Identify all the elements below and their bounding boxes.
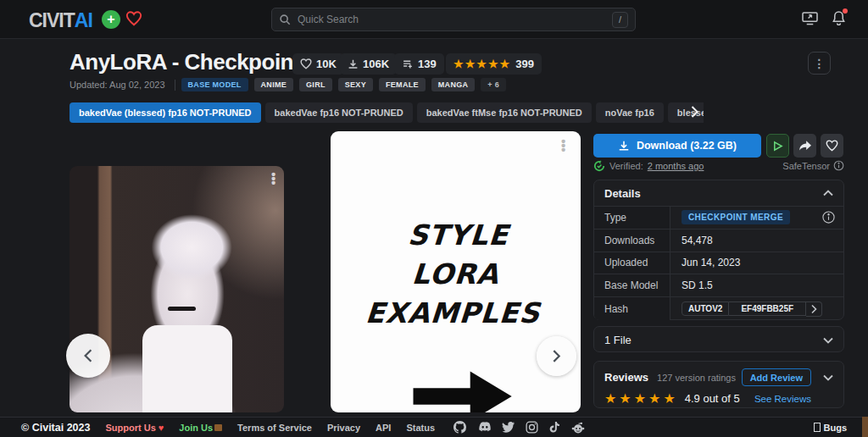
chevron-down-icon[interactable] <box>823 374 833 381</box>
github-icon[interactable] <box>453 421 466 434</box>
share-button[interactable] <box>793 134 816 158</box>
heart-icon <box>300 58 312 69</box>
instagram-icon[interactable] <box>526 421 538 434</box>
tag-base-model[interactable]: BASE MODEL <box>181 78 248 91</box>
type-badge[interactable]: CHECKPOINT MERGE <box>682 210 790 224</box>
version-tabs: bakedVae (blessed) fp16 NOT-PRUNED baked… <box>70 102 704 123</box>
right-arrow-graphic <box>392 367 536 412</box>
carousel-next-button[interactable] <box>537 336 576 376</box>
files-card[interactable]: 1 File <box>593 326 844 352</box>
play-icon <box>772 141 783 152</box>
version-tab-1[interactable]: bakedVae fp16 NOT-PRUNED <box>265 102 413 123</box>
caption-line-3: EXAMPLES <box>331 294 579 333</box>
image-caption: STYLE LORA EXAMPLES <box>331 216 581 333</box>
detail-label: Hash <box>594 297 670 320</box>
terms-link[interactable]: Terms of Service <box>237 423 312 433</box>
download-icon <box>348 58 359 69</box>
run-model-button[interactable] <box>766 134 789 158</box>
detail-row-hash: Hash AUTOV2 EF49FBB25F <box>594 297 843 320</box>
image-figure-shape <box>142 325 232 412</box>
verified-time-link[interactable]: 2 months ago <box>648 161 704 171</box>
tag-sexy[interactable]: SEXY <box>338 78 373 91</box>
detail-label: Type <box>594 207 670 229</box>
download-button[interactable]: Download (3.22 GB) <box>593 134 761 158</box>
tag-female[interactable]: FEMALE <box>379 78 426 91</box>
carousel-prev-button[interactable] <box>66 334 110 378</box>
privacy-link[interactable]: Privacy <box>327 423 360 433</box>
search-input[interactable]: Quick Search / <box>271 8 636 31</box>
type-info-icon[interactable] <box>822 211 835 224</box>
info-icon[interactable] <box>833 160 844 171</box>
support-heart-icon[interactable] <box>125 11 142 26</box>
likes-stat[interactable]: 10K <box>292 53 344 75</box>
detail-label: Base Model <box>594 274 670 296</box>
reddit-icon[interactable] <box>571 422 585 434</box>
version-tab-0[interactable]: bakedVae (blessed) fp16 NOT-PRUNED <box>70 102 261 123</box>
title-menu-button[interactable]: ⋮ <box>808 52 831 75</box>
heart-icon: ♥ <box>159 423 164 433</box>
civitai-logo[interactable]: CIVITAI <box>29 9 92 32</box>
files-title: 1 File <box>604 334 632 346</box>
notifications-button[interactable] <box>832 10 846 25</box>
hash-type-chip[interactable]: AUTOV2 <box>682 301 729 316</box>
hash-value-chip[interactable]: EF49FBB25F <box>729 301 806 316</box>
version-tab-3[interactable]: noVae fp16 <box>596 102 664 123</box>
logo-civit-text: CIVIT <box>29 9 75 32</box>
version-tab-2[interactable]: bakedVae ftMse fp16 NOT-PRUNED <box>417 102 592 123</box>
footer: © Civitai 2023 Support Us ♥ Join Us Term… <box>0 417 868 437</box>
reviews-count: 127 version ratings <box>657 373 736 383</box>
detail-label: Downloads <box>594 230 670 252</box>
bug-icon <box>814 423 821 432</box>
detail-value: SD 1.5 <box>670 274 843 296</box>
details-header[interactable]: Details <box>594 180 843 207</box>
civitai-link-icon[interactable] <box>802 11 818 25</box>
tiktok-icon[interactable] <box>549 421 560 434</box>
add-review-button[interactable]: Add Review <box>742 368 811 386</box>
image-menu-icon[interactable]: ••• <box>561 139 565 152</box>
downloads-stat[interactable]: 106K <box>340 53 397 75</box>
copyright: © Civitai 2023 <box>21 422 90 434</box>
detail-row-base-model: Base Model SD 1.5 <box>594 274 843 297</box>
see-reviews-link[interactable]: See Reviews <box>754 394 811 404</box>
collections-stat[interactable]: 139 <box>394 53 444 75</box>
meta-row: Updated: Aug 02, 2023 BASE MODEL ANIME G… <box>70 78 506 91</box>
social-links <box>453 421 585 434</box>
hash-next-button[interactable] <box>806 301 822 317</box>
favorite-button[interactable] <box>821 134 843 158</box>
image-menu-icon[interactable]: ••• <box>271 172 275 185</box>
civitai-model-page: CIVITAI + Quick Search / AnyLoRA - Check… <box>0 0 868 437</box>
tag-manga[interactable]: MANGA <box>431 78 476 91</box>
file-format: SafeTensor <box>782 161 830 171</box>
tag-anime[interactable]: ANIME <box>254 78 294 91</box>
search-placeholder: Quick Search <box>298 14 612 25</box>
heart-icon <box>826 140 838 152</box>
more-tags-button[interactable]: + 6 <box>481 78 506 91</box>
rating-stat[interactable]: ★★★★★ 399 <box>446 53 542 75</box>
verified-scan-icon <box>593 160 605 172</box>
chevron-right-icon <box>810 304 817 314</box>
tag-girl[interactable]: GIRL <box>299 78 332 91</box>
chevron-right-icon <box>551 349 562 363</box>
logo-ai-text: AI <box>75 9 92 32</box>
status-link[interactable]: Status <box>406 423 435 433</box>
create-button[interactable]: + <box>102 10 120 29</box>
kebab-menu-icon: ⋮ <box>814 57 826 70</box>
package-icon <box>214 424 222 431</box>
join-us-link[interactable]: Join Us <box>179 423 222 433</box>
verified-label: Verified: <box>609 161 643 171</box>
search-shortcut-key: / <box>612 12 628 28</box>
corner-widget-sliver[interactable] <box>862 417 868 437</box>
star-icons: ★★★★★ <box>453 58 511 70</box>
bugs-link[interactable]: Bugs <box>814 423 848 433</box>
discord-icon[interactable] <box>477 422 491 433</box>
support-us-link[interactable]: Support Us ♥ <box>105 423 164 433</box>
detail-row-uploaded: Uploaded Jun 14, 2023 <box>594 252 843 275</box>
twitter-icon[interactable] <box>502 422 515 433</box>
versions-scroll-right-icon[interactable] <box>690 105 699 119</box>
api-link[interactable]: API <box>376 423 391 433</box>
collections-count: 139 <box>418 58 437 70</box>
navbar: CIVITAI + Quick Search / <box>0 0 868 39</box>
image-detail-shape <box>168 307 196 311</box>
gallery-image-previous[interactable] <box>70 166 284 412</box>
review-score: 4.9 out of 5 <box>685 392 740 405</box>
